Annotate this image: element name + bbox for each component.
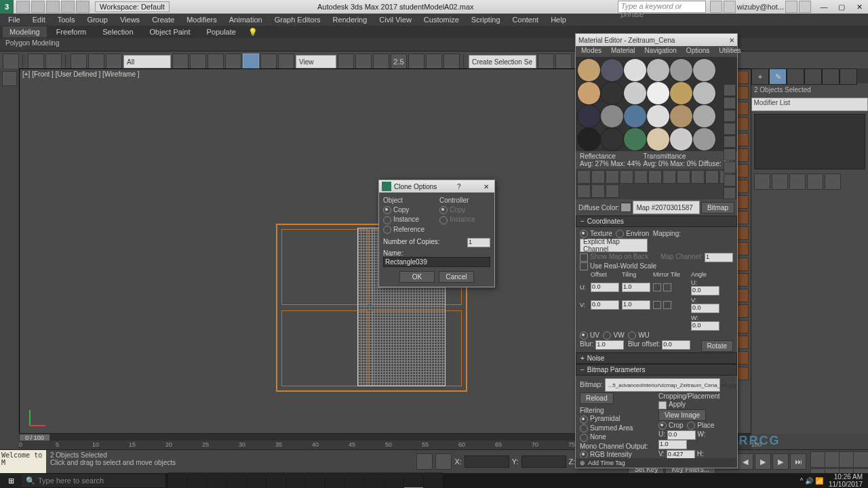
mapping-dropdown[interactable]: Explicit Map Channel: [580, 239, 648, 252]
chk-apply[interactable]: [658, 401, 667, 409]
material-sample[interactable]: [646, 81, 670, 105]
ribbon-tab-populate[interactable]: Populate: [199, 26, 242, 37]
menu-create[interactable]: Create: [146, 14, 180, 25]
material-sample[interactable]: [692, 104, 716, 128]
ribbon-tab-modeling[interactable]: Modeling: [3, 26, 47, 37]
material-tool-icon[interactable]: [663, 170, 676, 184]
pin-stack-icon[interactable]: [754, 174, 770, 190]
select-scale-icon[interactable]: [278, 54, 294, 70]
undo-icon[interactable]: [28, 54, 44, 70]
rollout-noise[interactable]: + Noise: [576, 352, 737, 364]
ribbon-tab-selection[interactable]: Selection: [96, 26, 140, 37]
link-icon[interactable]: [3, 54, 19, 70]
material-sample[interactable]: [600, 58, 624, 82]
remove-mod-icon[interactable]: [807, 174, 823, 190]
matedit-menu-navigation[interactable]: Navigation: [641, 46, 681, 57]
tray-time[interactable]: 10:26 AM: [829, 473, 863, 481]
rollout-bitmap[interactable]: − Bitmap Parameters: [576, 364, 737, 375]
ribbon-bulb-icon[interactable]: 💡: [245, 26, 260, 38]
numcopies-field[interactable]: 1: [467, 238, 490, 247]
sample-tool-icon[interactable]: [724, 84, 736, 96]
v-offset[interactable]: 0.0: [591, 300, 619, 310]
radio-vw[interactable]: [603, 331, 611, 340]
matedit-close-icon[interactable]: ✕: [729, 37, 734, 44]
refcoord-dropdown[interactable]: View: [296, 55, 336, 68]
taskbar-app-icon[interactable]: [267, 472, 285, 488]
matedit-menu-material[interactable]: Material: [607, 46, 639, 57]
material-tool-icon[interactable]: [634, 170, 648, 184]
taskbar-app-icon[interactable]: [168, 472, 187, 488]
coord-x-input[interactable]: [465, 455, 509, 468]
select-name-icon[interactable]: [190, 54, 206, 70]
vp-layout-icon[interactable]: [2, 71, 17, 86]
radio-copy[interactable]: [383, 206, 391, 214]
material-tool-icon[interactable]: [691, 170, 705, 184]
qat-new-icon[interactable]: [16, 1, 30, 13]
material-sample[interactable]: [577, 104, 601, 128]
minimize-button[interactable]: —: [815, 0, 833, 14]
radio-none[interactable]: [580, 434, 588, 442]
u-angle[interactable]: 0.0: [691, 286, 719, 296]
sample-tool-icon[interactable]: [724, 174, 736, 186]
radio-pyramidal[interactable]: [580, 415, 588, 424]
diffuse-swatch[interactable]: [620, 203, 631, 212]
menu-views[interactable]: Views: [115, 14, 145, 25]
sample-tool-icon[interactable]: [724, 148, 736, 161]
ribbon-tab-freeform[interactable]: Freeform: [50, 26, 94, 37]
material-tool-icon[interactable]: [577, 170, 591, 184]
menu-modifiers[interactable]: Modifiers: [181, 14, 222, 25]
material-sample[interactable]: [692, 58, 716, 82]
menu-edit[interactable]: Edit: [27, 14, 51, 25]
radio-environ[interactable]: [616, 230, 624, 238]
unlink-icon[interactable]: [88, 54, 104, 70]
menu-animation[interactable]: Animation: [224, 14, 268, 25]
blur-field[interactable]: 1.0: [595, 340, 624, 350]
sample-tool-icon[interactable]: [724, 123, 736, 135]
menu-customize[interactable]: Customize: [418, 14, 465, 25]
menu-rendering[interactable]: Rendering: [328, 14, 373, 25]
material-tool-icon[interactable]: [705, 170, 719, 184]
named-selset[interactable]: Create Selection Se: [469, 55, 536, 68]
taskbar-app-icon[interactable]: [247, 472, 266, 488]
bluroff-field[interactable]: 0.0: [662, 340, 690, 350]
taskbar-app-icon[interactable]: [424, 472, 443, 488]
infocenter-icon[interactable]: [710, 1, 722, 13]
select-region-icon[interactable]: [208, 54, 224, 70]
menu-file[interactable]: File: [3, 14, 26, 25]
make-unique-icon[interactable]: [789, 174, 806, 190]
signin-icon[interactable]: [724, 1, 736, 13]
menu-grapheditors[interactable]: Graph Editors: [269, 14, 326, 25]
coord-y-input[interactable]: [521, 455, 566, 468]
viewport-label[interactable]: [+] [Front ] [User Defined ] [Wireframe …: [22, 70, 140, 78]
material-tool-icon[interactable]: [591, 184, 605, 198]
v-angle[interactable]: 0.0: [691, 304, 719, 313]
taskbar-app-icon[interactable]: [208, 472, 226, 488]
taskbar-app-icon[interactable]: [286, 472, 305, 488]
cmd-modify-icon[interactable]: ✎: [769, 68, 787, 85]
bitmap-path[interactable]: ...5_advancedInterior\dcmap_Zeitraum_Cen…: [605, 378, 720, 392]
material-sample[interactable]: [669, 104, 693, 128]
sample-tool-icon[interactable]: [724, 97, 736, 109]
snap-angle-icon[interactable]: [408, 54, 425, 70]
addtime-label[interactable]: Add Time Tag: [588, 460, 625, 466]
cmd-create-icon[interactable]: +: [751, 68, 769, 85]
material-sample[interactable]: [646, 58, 670, 82]
modifier-stack[interactable]: [754, 114, 865, 169]
radio-wu[interactable]: [628, 331, 636, 340]
clone-name-input[interactable]: [383, 257, 490, 267]
clone-help-icon[interactable]: ?: [457, 183, 461, 190]
menu-content[interactable]: Content: [507, 14, 545, 25]
pivot-icon[interactable]: [338, 54, 354, 70]
taskbar-app-icon[interactable]: [306, 472, 325, 488]
u-offset[interactable]: 0.0: [591, 283, 619, 292]
clone-options-dialog[interactable]: Clone Options ? ✕ Object Copy Instance R…: [378, 180, 495, 287]
taskbar-app-icon[interactable]: [188, 472, 207, 488]
close-button[interactable]: ✕: [850, 0, 868, 14]
material-editor-window[interactable]: Material Editor - Zeitraum_Cena ✕ Modes …: [575, 33, 738, 468]
material-tool-icon[interactable]: [620, 170, 633, 184]
maximize-button[interactable]: ▢: [833, 0, 850, 14]
select-object-icon[interactable]: [172, 54, 189, 70]
material-tool-icon[interactable]: [606, 184, 619, 198]
crop-u[interactable]: 0.0: [667, 430, 696, 440]
view-image-button[interactable]: View Image: [658, 409, 706, 421]
